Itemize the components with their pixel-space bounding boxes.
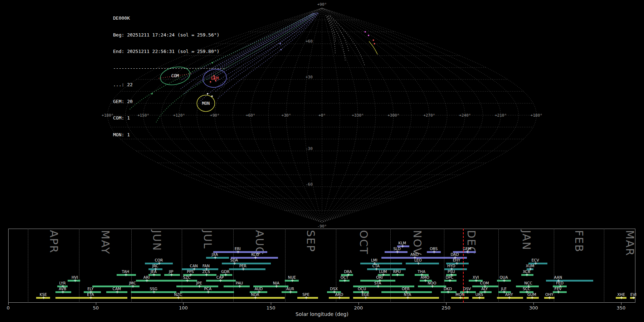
peak-marker-CAP: + bbox=[219, 278, 222, 283]
peak-marker-EVI: + bbox=[632, 296, 635, 300]
axis-tick-label-0: 0 bbox=[1, 305, 15, 311]
peak-marker-ETA: + bbox=[89, 296, 93, 300]
axis-tick-label-150: 150 bbox=[264, 305, 278, 311]
peak-marker-DPC: + bbox=[448, 278, 452, 283]
peak-marker-NZC: + bbox=[177, 296, 180, 300]
month-label-APR: APR bbox=[48, 230, 60, 253]
month-boundary-line bbox=[79, 229, 79, 303]
peak-marker-AVB: + bbox=[61, 290, 65, 294]
axis-tick-label-50: 50 bbox=[89, 305, 103, 311]
axis-tick-label-200: 200 bbox=[351, 305, 366, 311]
peak-marker-XHE: + bbox=[620, 296, 623, 300]
peak-marker-EGE: + bbox=[364, 296, 367, 300]
peak-marker-AHY: + bbox=[508, 296, 511, 300]
peak-marker-ERI: + bbox=[236, 250, 240, 254]
shower-bar-JXA bbox=[206, 257, 229, 259]
timeline-layer: APRMAYJUNJULAUGSEPOCTNOVDECJANFEBMARKLM+… bbox=[0, 0, 644, 322]
peak-marker-AUR: + bbox=[289, 290, 292, 294]
axis-tick-label-300: 300 bbox=[526, 305, 541, 311]
current-sol-line bbox=[463, 229, 464, 303]
x-axis-title: Solar longitude (deg) bbox=[0, 311, 644, 317]
peak-marker-OCT: + bbox=[343, 278, 347, 283]
peak-marker-PAU: + bbox=[238, 284, 241, 288]
peak-marker-KCG: + bbox=[254, 255, 257, 260]
peak-marker-JXA: + bbox=[214, 255, 217, 260]
axis-tick-50 bbox=[96, 303, 96, 305]
month-label-OCT: OCT bbox=[357, 230, 370, 255]
peak-marker-OHY: + bbox=[548, 296, 551, 300]
axis-tick-300 bbox=[533, 303, 534, 305]
peak-marker-QUA: + bbox=[502, 278, 506, 283]
axis-tick-200 bbox=[358, 303, 359, 305]
peak-marker-URS: + bbox=[478, 296, 482, 300]
peak-marker-SSG: + bbox=[152, 290, 156, 294]
axis-tick-150 bbox=[271, 303, 271, 305]
peak-marker-NDA: + bbox=[254, 296, 257, 300]
peak-marker-GUM: + bbox=[530, 296, 534, 300]
axis-tick-label-250: 250 bbox=[439, 305, 453, 311]
peak-marker-PCA: + bbox=[206, 290, 210, 294]
month-label-MAY: MAY bbox=[99, 230, 112, 254]
shower-bar-ARI bbox=[136, 280, 178, 282]
month-label-FEB: FEB bbox=[573, 230, 585, 253]
month-label-JAN: JAN bbox=[520, 230, 533, 250]
peak-marker-CAM: + bbox=[115, 290, 119, 294]
axis-tick-350 bbox=[621, 303, 621, 305]
axis-tick-0 bbox=[8, 303, 9, 305]
peak-marker-RPU: + bbox=[396, 273, 399, 277]
axis-tick-250 bbox=[446, 303, 447, 305]
peak-marker-GEM: + bbox=[465, 250, 469, 254]
peak-marker-NUE: + bbox=[291, 278, 294, 283]
axis-tick-label-350: 350 bbox=[614, 305, 628, 311]
axis-tick-100 bbox=[183, 303, 184, 305]
peak-marker-MON: + bbox=[459, 296, 462, 300]
peak-marker-HVI: + bbox=[73, 278, 77, 283]
peak-marker-ARI: + bbox=[145, 278, 149, 283]
peak-marker-NOO: + bbox=[430, 284, 434, 288]
shower-bar-PAU bbox=[224, 286, 250, 287]
peak-marker-STA: + bbox=[376, 284, 380, 288]
peak-marker-XCB: + bbox=[525, 273, 529, 277]
peak-marker-NIA: + bbox=[275, 284, 278, 288]
month-label-JUN: JUN bbox=[151, 230, 163, 251]
peak-marker-SZC: + bbox=[185, 278, 189, 283]
peak-marker-ZCS: + bbox=[205, 273, 208, 277]
shower-bar-PER bbox=[229, 268, 266, 270]
month-boundary-line bbox=[604, 229, 604, 303]
peak-marker-JIP: + bbox=[170, 273, 173, 277]
peak-marker-JMC: + bbox=[131, 284, 135, 288]
month-label-MAR: MAR bbox=[624, 230, 636, 256]
peak-marker-TAH: + bbox=[124, 273, 128, 277]
month-boundary-line bbox=[28, 229, 28, 303]
shower-bar-LEO bbox=[406, 263, 439, 264]
peak-marker-PER: + bbox=[241, 267, 245, 271]
peak-marker-DKD: + bbox=[447, 290, 450, 294]
axis-tick-label-100: 100 bbox=[176, 305, 190, 311]
peak-marker-KSE: + bbox=[42, 296, 45, 300]
peak-marker-NTA: + bbox=[406, 296, 410, 300]
peak-marker-OBS: + bbox=[432, 250, 436, 254]
peak-marker-ARD: + bbox=[338, 296, 341, 300]
peak-marker-LEO: + bbox=[416, 261, 420, 265]
month-label-SEP: SEP bbox=[304, 230, 317, 252]
peak-marker-FEV: + bbox=[557, 290, 560, 294]
month-label-JUL: JUL bbox=[201, 230, 214, 249]
peak-marker-SLD: + bbox=[396, 250, 399, 254]
peak-marker-SPE: + bbox=[304, 296, 308, 300]
meteor-radiant-map-app: COMGEMMON+60+30-30-60+180°+150°+120°+90°… bbox=[0, 0, 644, 322]
